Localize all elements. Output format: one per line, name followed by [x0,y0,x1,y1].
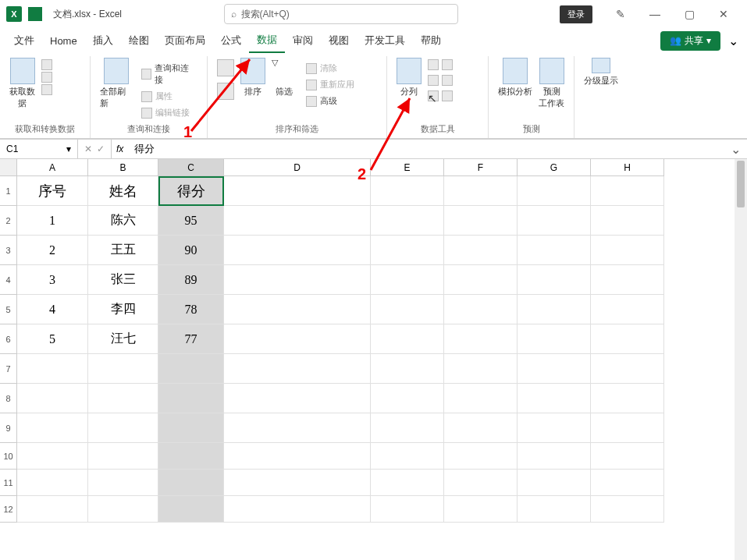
get-data-button[interactable]: 获取数 据 [6,56,38,111]
enter-icon[interactable]: ✓ [97,144,105,154]
cell[interactable] [17,354,88,384]
tab-insert[interactable]: 插入 [85,29,121,52]
tab-file[interactable]: 文件 [6,29,42,52]
close-button[interactable]: ✕ [706,2,741,26]
row-header[interactable]: 2 [0,206,17,236]
cell[interactable] [518,384,591,413]
cell[interactable] [158,496,224,523]
cell[interactable] [88,470,158,496]
cell[interactable] [591,236,664,265]
cell[interactable] [224,470,371,496]
cell[interactable] [224,236,371,265]
cell[interactable] [224,354,371,384]
cell[interactable]: 3 [17,265,88,295]
cancel-icon[interactable]: ✕ [84,144,92,154]
cell[interactable] [371,265,444,295]
what-if-button[interactable]: 模拟分析 [495,56,535,99]
cell[interactable]: 序号 [17,176,88,206]
row-header[interactable]: 6 [0,324,17,354]
cell[interactable] [224,413,371,443]
row-header[interactable]: 12 [0,496,17,523]
tab-review[interactable]: 审阅 [285,29,321,52]
cell[interactable] [591,354,664,384]
cell[interactable] [444,443,518,470]
sort-button[interactable]: 排序 [237,56,269,99]
cell[interactable]: 1 [17,206,88,236]
cell[interactable] [17,413,88,443]
sort-za-button[interactable] [217,83,234,100]
row-header[interactable]: 11 [0,470,17,496]
row-header[interactable]: 7 [0,354,17,384]
cell[interactable] [224,496,371,523]
cell[interactable] [371,206,444,236]
cell[interactable] [444,413,518,443]
cell[interactable]: 4 [17,295,88,324]
cell[interactable] [518,176,591,206]
cell[interactable] [17,470,88,496]
cell[interactable] [591,384,664,413]
tab-help[interactable]: 帮助 [413,29,449,52]
cell[interactable] [518,206,591,236]
col-header-g[interactable]: G [518,159,591,176]
row-header[interactable]: 10 [0,443,17,470]
cell[interactable]: 90 [158,236,224,265]
cell[interactable] [444,384,518,413]
queries-connections-button[interactable]: 查询和连接 [138,61,197,87]
cell[interactable] [17,443,88,470]
cell[interactable] [371,236,444,265]
cell[interactable] [591,470,664,496]
ribbon-collapse-icon[interactable]: ⌄ [725,34,741,48]
tab-view[interactable]: 视图 [321,29,357,52]
cell[interactable] [591,443,664,470]
data-tool-icon[interactable] [442,75,453,86]
cell[interactable] [518,354,591,384]
row-header[interactable]: 8 [0,384,17,413]
cell[interactable]: 姓名 [88,176,158,206]
cell[interactable] [444,236,518,265]
cell[interactable] [591,265,664,295]
cell-active[interactable]: 得分 [158,176,224,206]
cell[interactable] [371,443,444,470]
text-to-columns-button[interactable]: 分列 [393,56,425,99]
outline-button[interactable]: 分级显示 [581,56,621,88]
cell[interactable] [371,384,444,413]
row-header[interactable]: 3 [0,236,17,265]
select-all-button[interactable] [0,159,17,176]
row-header[interactable]: 9 [0,413,17,443]
cell[interactable] [224,324,371,354]
cell[interactable]: 汪七 [88,324,158,354]
minimize-button[interactable]: ― [638,2,672,26]
cell[interactable]: 王五 [88,236,158,265]
col-header-e[interactable]: E [371,159,444,176]
data-tool-icon[interactable] [442,59,453,70]
cell[interactable] [371,354,444,384]
col-header-d[interactable]: D [224,159,371,176]
cell[interactable] [371,470,444,496]
cell[interactable] [17,496,88,523]
cell[interactable] [444,176,518,206]
search-input[interactable]: ⌕ 搜索(Alt+Q) [224,4,458,24]
cell[interactable]: 陈六 [88,206,158,236]
cell[interactable] [444,324,518,354]
formula-input[interactable]: 得分 [128,142,724,156]
fx-icon[interactable]: fx [112,144,128,154]
cell[interactable]: 77 [158,324,224,354]
cell[interactable] [371,295,444,324]
col-header-f[interactable]: F [444,159,518,176]
tab-data[interactable]: 数据 [249,28,285,53]
cell[interactable] [224,206,371,236]
sort-az-button[interactable] [217,59,234,76]
cell[interactable] [518,413,591,443]
cell[interactable] [224,295,371,324]
cell[interactable] [224,384,371,413]
cell[interactable] [444,470,518,496]
cell[interactable] [444,206,518,236]
cell[interactable] [158,384,224,413]
cell[interactable] [591,176,664,206]
cell[interactable] [158,354,224,384]
cell[interactable] [371,324,444,354]
vertical-scrollbar[interactable] [735,159,747,560]
cell[interactable]: 李四 [88,295,158,324]
data-small-icon[interactable] [41,59,52,70]
cell[interactable] [518,470,591,496]
